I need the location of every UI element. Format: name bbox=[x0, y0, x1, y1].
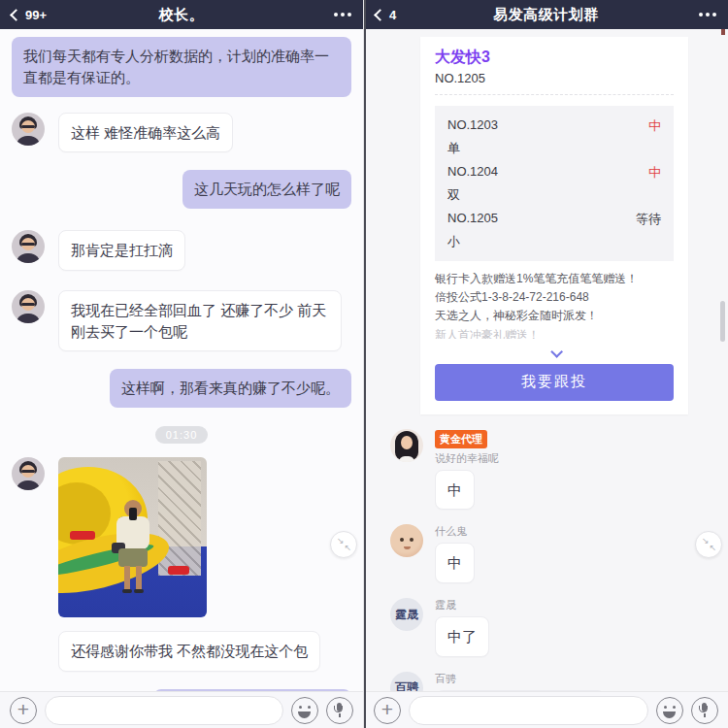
pick-value: 单 bbox=[447, 140, 661, 157]
attach-plus-button[interactable]: + bbox=[374, 697, 401, 724]
plan-results-table: NO.1203 中 单 NO.1204 中 双 bbox=[435, 106, 674, 261]
message-bubble: 中 bbox=[435, 543, 475, 583]
dual-chat-screens: 99+ 校长。 我们每天都有专人分析数据的，计划的准确率一直都是有保证的。 这样… bbox=[0, 0, 728, 728]
promo-line: 银行卡入款赠送1%笔笔充值笔笔赠送！ bbox=[435, 270, 674, 288]
member-name: 百骋 bbox=[435, 672, 606, 686]
message-row-outgoing: 这几天玩的怎么样了呢 bbox=[0, 170, 363, 209]
photo-message[interactable] bbox=[58, 457, 207, 617]
promo-line: 新人首冲豪礼赠送！ bbox=[435, 326, 674, 339]
message-row-outgoing: 这样啊，那看来真的赚了不少呢。 bbox=[0, 369, 363, 408]
round-no: NO.1204 bbox=[447, 164, 498, 182]
group-message-row: 什么鬼 中 bbox=[364, 524, 728, 583]
avatar[interactable]: 百骋 bbox=[390, 672, 423, 691]
result-badge: 等待 bbox=[636, 211, 661, 228]
back-button[interactable]: 4 bbox=[376, 0, 396, 29]
more-menu-icon[interactable] bbox=[699, 13, 716, 17]
message-input[interactable] bbox=[45, 696, 283, 725]
message-bubble: 我现在已经全部回血了 还赚了不少 前天刚去买了一个包呢 bbox=[58, 290, 342, 352]
message-bubble: 这几天玩的怎么样了呢 bbox=[182, 170, 351, 209]
collapse-window-button[interactable]: ↘ ↖ bbox=[695, 531, 722, 558]
unread-count: 99+ bbox=[25, 8, 47, 22]
table-row: NO.1203 中 单 bbox=[447, 117, 661, 157]
member-name: 说好的幸福呢 bbox=[435, 451, 499, 466]
right-input-bar: + bbox=[364, 691, 728, 728]
more-menu-icon[interactable] bbox=[334, 13, 351, 17]
avatar[interactable]: 霆晟 bbox=[390, 598, 423, 631]
right-message-list[interactable]: 大发快3 NO.1205 NO.1203 中 单 NO.1204 中 bbox=[364, 29, 728, 691]
avatar[interactable] bbox=[390, 524, 423, 557]
message-bubble: 我们每天都有专人分析数据的，计划的准确率一直都是有保证的。 bbox=[12, 37, 351, 97]
member-badge: 黄金代理 bbox=[435, 430, 487, 448]
message-row: 我现在已经全部回血了 还赚了不少 前天刚去买了一个包呢 bbox=[0, 290, 363, 352]
group-message-row: 黄金代理 说好的幸福呢 中 bbox=[364, 429, 728, 511]
avatar[interactable] bbox=[12, 113, 45, 146]
message-row: 这样 难怪准确率这么高 bbox=[0, 113, 363, 153]
collapse-arrow-icon: ↘ bbox=[337, 537, 345, 546]
group-message-row: 霆晟 霆晟 中了 bbox=[364, 598, 728, 657]
message-input[interactable] bbox=[409, 696, 648, 725]
emoji-button[interactable] bbox=[291, 697, 318, 724]
avatar[interactable] bbox=[12, 457, 45, 490]
back-button[interactable]: 99+ bbox=[12, 0, 47, 29]
unread-count: 4 bbox=[389, 8, 396, 22]
back-chevron-icon bbox=[10, 9, 22, 21]
chevron-down-icon bbox=[550, 346, 563, 358]
message-bubble: 那肯定是扛扛滴 bbox=[58, 230, 185, 271]
group-message-row: 百骋 百骋 五连中，计划牛逼啊。 bbox=[364, 672, 728, 691]
pick-value: 小 bbox=[447, 233, 661, 250]
table-row: NO.1205 等待 小 bbox=[447, 211, 661, 250]
private-chat-panel: 99+ 校长。 我们每天都有专人分析数据的，计划的准确率一直都是有保证的。 这样… bbox=[0, 0, 364, 728]
timestamp-row: 01:30 bbox=[0, 425, 363, 444]
round-no: NO.1205 bbox=[447, 211, 498, 228]
chat-title: 校长。 bbox=[159, 6, 205, 24]
message-bubble: 中 bbox=[435, 470, 475, 511]
message-bubble: 中了 bbox=[435, 616, 489, 657]
left-message-list[interactable]: 我们每天都有专人分析数据的，计划的准确率一直都是有保证的。 这样 难怪准确率这么… bbox=[0, 29, 363, 691]
collapse-arrow-icon: ↘ bbox=[702, 537, 710, 546]
message-row bbox=[0, 457, 363, 617]
message-bubble: 这样 难怪准确率这么高 bbox=[58, 113, 233, 153]
follow-bet-button[interactable]: 我要跟投 bbox=[435, 364, 674, 401]
voice-mic-button[interactable] bbox=[326, 697, 353, 724]
current-round: NO.1205 bbox=[435, 71, 674, 95]
timestamp: 01:30 bbox=[155, 426, 209, 444]
round-no: NO.1203 bbox=[447, 117, 498, 135]
table-row: NO.1204 中 双 bbox=[447, 164, 661, 204]
back-chevron-icon bbox=[374, 9, 386, 21]
left-input-bar: + bbox=[0, 691, 363, 728]
expand-promo-control[interactable] bbox=[435, 345, 674, 354]
avatar[interactable] bbox=[12, 230, 45, 263]
message-bubble: 还得感谢你带我 不然都没现在这个包 bbox=[58, 631, 320, 672]
voice-mic-button[interactable] bbox=[691, 697, 718, 724]
scrollbar-thumb[interactable] bbox=[720, 301, 725, 342]
lottery-plan-card: 大发快3 NO.1205 NO.1203 中 单 NO.1204 中 bbox=[420, 37, 688, 414]
promo-text: 银行卡入款赠送1%笔笔充值笔笔赠送！ 倍投公式1-3-8-24-72-216-6… bbox=[435, 270, 674, 339]
emoji-button[interactable] bbox=[656, 697, 683, 724]
game-name: 大发快3 bbox=[435, 48, 674, 68]
left-chat-header: 99+ 校长。 bbox=[0, 0, 363, 29]
message-row: 还得感谢你带我 不然都没现在这个包 bbox=[0, 631, 363, 672]
member-name: 霆晟 bbox=[435, 598, 489, 612]
collapse-window-button[interactable]: ↘ ↖ bbox=[330, 531, 357, 558]
collapse-arrow-icon: ↖ bbox=[344, 544, 351, 552]
result-badge: 中 bbox=[648, 117, 661, 135]
attach-plus-button[interactable]: + bbox=[10, 697, 37, 724]
message-row: 那肯定是扛扛滴 bbox=[0, 230, 363, 271]
chat-title: 易发高级计划群 bbox=[493, 6, 599, 24]
avatar[interactable] bbox=[12, 290, 45, 323]
group-chat-panel: 4 易发高级计划群 大发快3 NO.1205 NO.1203 中 单 bbox=[364, 0, 728, 728]
right-chat-header: 4 易发高级计划群 bbox=[364, 0, 728, 29]
message-bubble: 这样啊，那看来真的赚了不少呢。 bbox=[110, 369, 351, 408]
promo-line: 倍投公式1-3-8-24-72-216-648 bbox=[435, 288, 674, 307]
collapse-arrow-icon: ↖ bbox=[709, 544, 716, 552]
scrollbar-mark bbox=[721, 29, 725, 35]
result-badge: 中 bbox=[648, 164, 661, 182]
avatar[interactable] bbox=[390, 429, 423, 462]
member-name: 什么鬼 bbox=[435, 524, 475, 539]
person-in-photo bbox=[114, 500, 152, 609]
promo-line: 天选之人，神秘彩金随时派发！ bbox=[435, 307, 674, 325]
pick-value: 双 bbox=[447, 186, 661, 204]
